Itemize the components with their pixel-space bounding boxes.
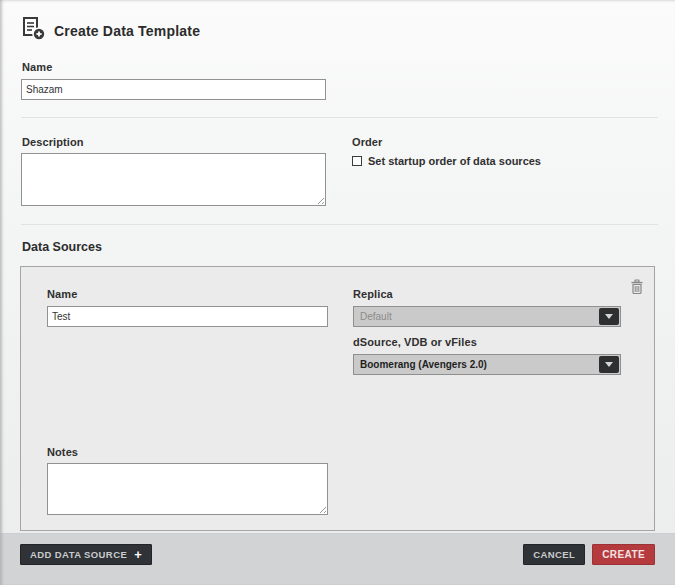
add-data-source-label: ADD DATA SOURCE <box>30 549 127 560</box>
create-template-document-plus-icon <box>20 15 47 46</box>
dsource-selected-value: Boomerang (Avengers 2.0) <box>354 359 598 370</box>
replica-selected-value: Default <box>354 311 598 322</box>
description-textarea[interactable] <box>21 153 326 206</box>
chevron-down-icon <box>605 362 613 367</box>
chevron-down-icon <box>605 314 613 319</box>
divider <box>21 117 658 118</box>
cancel-button[interactable]: CANCEL <box>523 544 585 565</box>
add-data-source-button[interactable]: ADD DATA SOURCE + <box>20 544 152 565</box>
data-source-card: Name Replica Default dSource, VDB or vFi… <box>20 266 655 531</box>
ds-name-input[interactable] <box>47 306 328 327</box>
order-label: Order <box>352 136 382 148</box>
startup-order-option[interactable]: Set startup order of data sources <box>352 155 541 167</box>
replica-dropdown-button[interactable] <box>599 308 619 325</box>
dialog-header: Create Data Template <box>20 15 200 46</box>
dialog-footer: ADD DATA SOURCE + CANCEL CREATE <box>0 533 675 585</box>
name-input[interactable] <box>21 79 326 100</box>
notes-label: Notes <box>47 446 78 458</box>
delete-data-source-button[interactable] <box>630 279 644 295</box>
dsource-dropdown-button[interactable] <box>599 356 619 373</box>
notes-textarea-wrap <box>47 463 328 515</box>
notes-textarea[interactable] <box>47 463 328 515</box>
startup-order-checkbox[interactable] <box>352 156 362 166</box>
replica-label: Replica <box>353 288 393 300</box>
plus-icon: + <box>134 548 142 561</box>
page-title: Create Data Template <box>54 23 200 39</box>
dsource-select[interactable]: Boomerang (Avengers 2.0) <box>353 354 621 375</box>
data-sources-section-title: Data Sources <box>22 240 102 254</box>
description-textarea-wrap <box>21 153 326 206</box>
footer-action-buttons: CANCEL CREATE <box>523 544 655 565</box>
divider <box>21 224 658 225</box>
startup-order-checkbox-label: Set startup order of data sources <box>368 155 541 167</box>
create-data-template-dialog: Create Data Template Name Description Or… <box>0 0 675 585</box>
description-label: Description <box>22 136 84 148</box>
ds-name-label: Name <box>47 288 77 300</box>
name-label: Name <box>22 61 52 73</box>
dsource-label: dSource, VDB or vFiles <box>353 336 477 348</box>
create-button[interactable]: CREATE <box>592 544 655 565</box>
replica-select[interactable]: Default <box>353 306 621 327</box>
